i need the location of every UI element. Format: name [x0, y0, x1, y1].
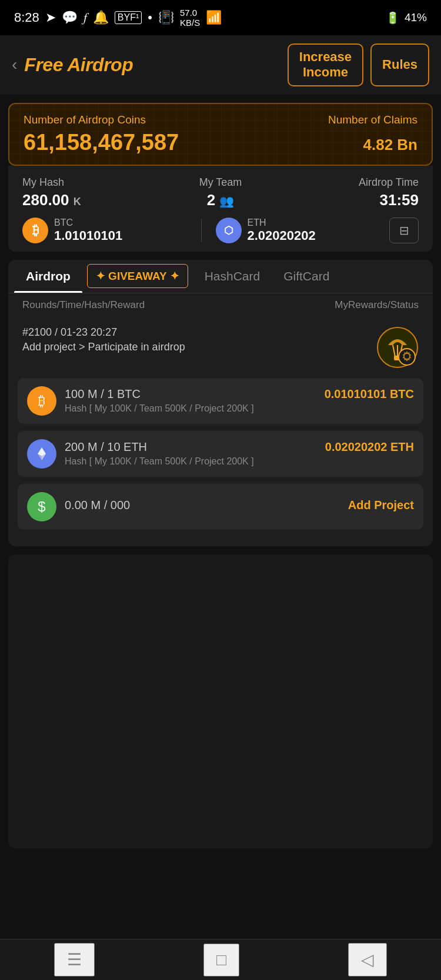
tab-giveaway[interactable]: ✦ GIVEAWAY ✦ — [87, 264, 188, 288]
tab-giftcard[interactable]: GiftCard — [272, 260, 341, 293]
app-header: ‹ Free Airdrop Increase Income Rules — [0, 35, 441, 95]
my-hash-stat: My Hash 280.00 K — [22, 176, 155, 209]
status-right: 🔋 41% — [386, 11, 427, 25]
header-buttons: Increase Income Rules — [288, 44, 429, 86]
divider — [201, 219, 202, 242]
rules-button[interactable]: Rules — [370, 44, 429, 86]
app-logo: Free Airdrop — [24, 54, 133, 76]
airdrop-time-stat: Airdrop Time 31:59 — [286, 176, 419, 209]
airdrop-list: #2100 / 01-23 20:27 Add project > Partic… — [8, 317, 433, 546]
claims-section: Number of Claims 4.82 Bn — [328, 113, 417, 155]
airdrop-coins-label: Number of Airdrop Coins — [24, 113, 179, 126]
tab-airdrop[interactable]: Airdrop — [14, 260, 82, 293]
bottom-nav: ☰ □ ◁ — [0, 939, 441, 980]
eth-entry-icon — [27, 439, 56, 469]
home-button[interactable]: □ — [203, 944, 239, 976]
wallet-button[interactable]: ⊟ — [389, 218, 419, 243]
tab-hashcard[interactable]: HashCard — [193, 260, 272, 293]
round-header: #2100 / 01-23 20:27 Add project > Partic… — [18, 317, 423, 378]
airdrop-entry-btc: ₿ 100 M / 1 BTC 0.01010101 BTC Hash [ My… — [18, 378, 423, 424]
status-bar: 8:28 ➤ 💬 𝑓 🔔 BYF¹ • 📳 57.0KB/S 📶 🔋 41% — [0, 0, 441, 35]
btc-coin: ₿ BTC 1.01010101 — [22, 218, 196, 243]
wallet-row: ₿ BTC 1.01010101 ⬡ ETH 2.02020202 ⊟ — [22, 218, 419, 243]
eth-coin: ⬡ ETH 2.02020202 — [206, 218, 390, 243]
sub-header: Rounds/Time/Hash/Reward MyRewards/Status — [8, 293, 433, 317]
empty-area — [8, 554, 433, 848]
back-nav-button[interactable]: ◁ — [348, 943, 387, 976]
airdrop-entry-usd: $ 0.00 M / 000 Add Project — [18, 484, 423, 530]
tabs-container: Airdrop ✦ GIVEAWAY ✦ HashCard GiftCard — [8, 260, 433, 293]
my-stats-section: My Hash 280.00 K My Team 2 👥 Airdrop Tim… — [8, 166, 433, 252]
stats-banner: Number of Airdrop Coins 61,158,467,587 N… — [8, 103, 433, 166]
btc-entry-icon: ₿ — [27, 386, 56, 416]
btc-icon: ₿ — [22, 218, 48, 243]
my-team-stat: My Team 2 👥 — [155, 176, 287, 209]
usd-entry-icon: $ — [27, 492, 56, 521]
add-project-button[interactable]: Add Project — [348, 499, 414, 512]
menu-button[interactable]: ☰ — [54, 943, 95, 976]
airdrop-coins-section: Number of Airdrop Coins 61,158,467,587 — [24, 113, 179, 155]
back-button[interactable]: ‹ — [12, 55, 17, 74]
increase-income-button[interactable]: Increase Income — [288, 44, 363, 86]
airdrop-entry-eth: 200 M / 10 ETH 0.02020202 ETH Hash [ My … — [18, 431, 423, 477]
svg-point-3 — [405, 354, 409, 359]
status-time: 8:28 ➤ 💬 𝑓 🔔 BYF¹ • 📳 57.0KB/S 📶 — [14, 8, 222, 28]
claims-value: 4.82 Bn — [328, 130, 417, 155]
eth-icon: ⬡ — [216, 218, 242, 243]
round-icon — [376, 326, 419, 371]
tabs-row: Airdrop ✦ GIVEAWAY ✦ HashCard GiftCard — [8, 260, 433, 293]
airdrop-coins-value: 61,158,467,587 — [24, 130, 179, 155]
claims-label: Number of Claims — [328, 113, 417, 126]
